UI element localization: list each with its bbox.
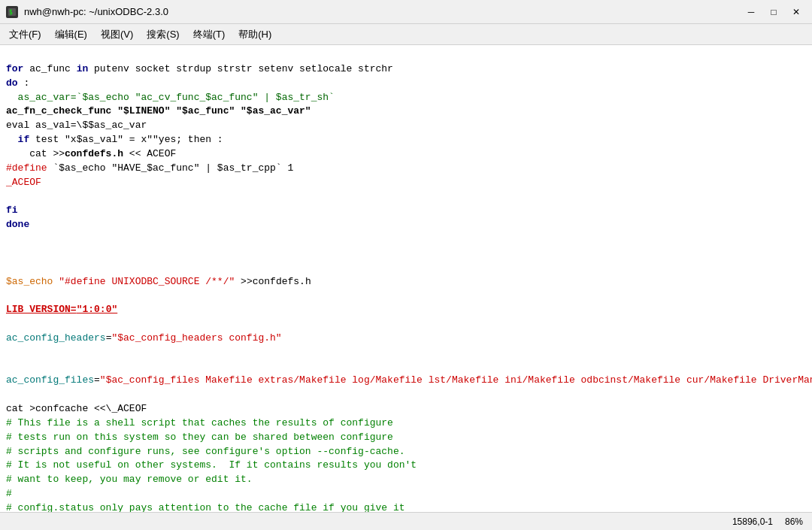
menu-bar: 文件(F) 编辑(E) 视图(V) 搜索(S) 终端(T) 帮助(H) (0, 24, 812, 45)
menu-search[interactable]: 搜索(S) (141, 26, 185, 44)
editor-area[interactable]: for ac_func in putenv socket strdup strs… (0, 45, 812, 512)
window-title: nwh@nwh-pc: ~/unixODBC-2.3.0 (24, 6, 168, 17)
menu-file[interactable]: 文件(F) (3, 26, 47, 44)
title-bar: $ nwh@nwh-pc: ~/unixODBC-2.3.0 ─ □ ✕ (0, 0, 812, 24)
scroll-percentage: 86% (785, 516, 803, 527)
window-controls: ─ □ ✕ (741, 5, 806, 20)
status-bar: 15896,0-1 86% (0, 512, 812, 530)
terminal-icon: $ (6, 6, 18, 18)
menu-view[interactable]: 视图(V) (95, 26, 139, 44)
title-bar-left: $ nwh@nwh-pc: ~/unixODBC-2.3.0 (6, 6, 168, 18)
menu-edit[interactable]: 编辑(E) (49, 26, 93, 44)
close-button[interactable]: ✕ (786, 5, 806, 20)
menu-help[interactable]: 帮助(H) (232, 26, 277, 44)
menu-terminal[interactable]: 终端(T) (187, 26, 232, 44)
svg-text:$: $ (9, 9, 13, 16)
minimize-button[interactable]: ─ (741, 5, 761, 20)
maximize-button[interactable]: □ (764, 5, 783, 20)
code-content: for ac_func in putenv socket strdup strs… (0, 45, 812, 512)
cursor-position: 15896,0-1 (732, 516, 773, 527)
